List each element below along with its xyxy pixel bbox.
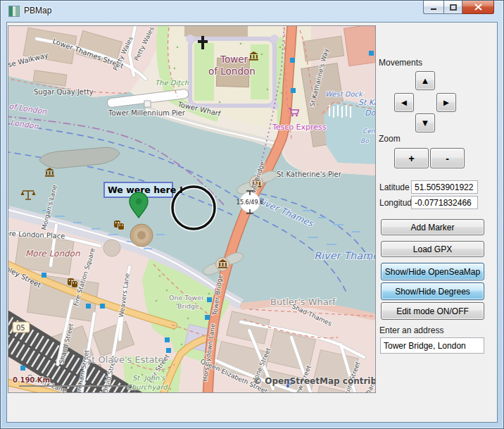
app-window: PBMap [0, 0, 504, 429]
close-button[interactable] [462, 1, 494, 14]
map-canvas[interactable]: 05 use WalkwayLower Thames StreetPetty W… [8, 25, 376, 393]
map-label: Butler's Wharf [270, 297, 336, 307]
svg-text:We were here !: We were here ! [108, 185, 183, 195]
map-label: The Ditch [155, 79, 189, 87]
map-attribution: © OpenStreetMap contributors [253, 376, 375, 386]
map-label: St. John's [132, 374, 165, 382]
scoop-amphitheatre [130, 224, 153, 247]
map-label: More London [25, 249, 80, 259]
address-label: Enter an address [379, 325, 443, 335]
svg-text:05: 05 [16, 324, 25, 332]
map-label: Tesco Express [272, 123, 327, 132]
zoom-label: Zoom [379, 134, 401, 144]
map-label: West Dock [325, 90, 364, 98]
svg-text:15.6/49.6: 15.6/49.6 [237, 199, 263, 206]
map-label: One Tower [169, 294, 204, 301]
maximize-icon [450, 4, 457, 11]
map-label: Tower Millennium Pier [108, 109, 186, 117]
movements-label: Movements [379, 58, 422, 68]
edit-handle [20, 366, 25, 371]
move-right-button[interactable]: ► [436, 93, 456, 112]
edit-handle [291, 88, 296, 93]
load-gpx-button[interactable]: Load GPX [381, 241, 484, 257]
map-label: St Katharine Docks [358, 98, 375, 107]
edit-handle [166, 348, 171, 353]
svg-text:0 190 Km: 0 190 Km [13, 376, 50, 384]
edit-handle [205, 315, 210, 320]
map-label: Docks [365, 108, 375, 118]
zoom-out-button[interactable]: - [430, 148, 465, 168]
edit-handle [207, 297, 212, 302]
edit-handle [165, 337, 170, 342]
address-input[interactable] [380, 337, 484, 354]
edit-handle [369, 51, 374, 56]
latitude-input[interactable] [411, 180, 478, 194]
minimize-icon [430, 4, 437, 11]
close-icon [474, 4, 482, 11]
map-label: St Olave's Estate [86, 354, 164, 365]
add-marker-button[interactable]: Add Marker [381, 219, 484, 235]
map-label: Sugar Quay Jetty [34, 88, 94, 96]
edit-handle [290, 58, 295, 63]
map-label: Bo [360, 137, 369, 144]
app-icon [8, 6, 20, 17]
edit-handle [42, 273, 46, 278]
titlebar[interactable]: PBMap [1, 1, 503, 22]
toggle-degrees-button[interactable]: Show/Hide Degrees [381, 282, 484, 300]
move-left-button[interactable]: ◄ [394, 93, 414, 112]
toggle-openseamap-button[interactable]: Show/Hide OpenSeaMap [381, 263, 484, 280]
minimize-button[interactable] [423, 1, 443, 14]
map-label: St Katherine's Pier [277, 170, 342, 178]
road-shield: 05 [13, 322, 30, 332]
map-label: Bridge [177, 302, 199, 310]
move-up-button[interactable]: ▲ [415, 71, 435, 90]
map-label: Tower [220, 54, 248, 65]
edit-handle [86, 304, 91, 309]
map-label: Churchyard [127, 383, 168, 392]
edit-handle [100, 304, 105, 309]
map-label: Cen [363, 128, 375, 135]
longitude-input[interactable] [411, 196, 478, 209]
window-title: PBMap [24, 6, 51, 15]
move-down-button[interactable]: ▼ [415, 113, 435, 132]
map-label: of London [208, 66, 256, 77]
map-label: River Thames [314, 250, 375, 261]
zoom-in-button[interactable]: + [394, 148, 429, 168]
maximize-button[interactable] [443, 1, 462, 14]
latitude-label: Latitude [379, 182, 410, 192]
edit-mode-button[interactable]: Edit mode ON/OFF [381, 302, 484, 320]
